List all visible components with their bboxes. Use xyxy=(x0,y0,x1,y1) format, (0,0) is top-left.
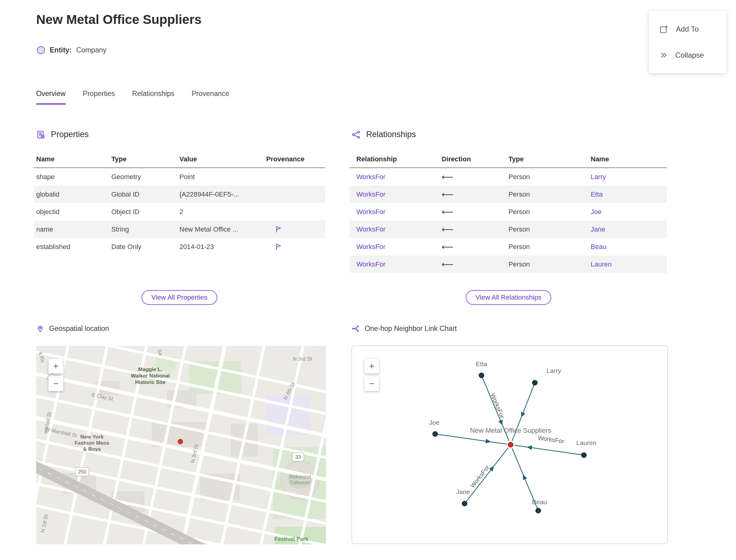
node-label: Beau xyxy=(532,498,547,505)
collapse-button[interactable]: Collapse xyxy=(649,42,726,68)
person-node[interactable] xyxy=(462,501,467,506)
entity-link[interactable]: Joe xyxy=(591,208,667,216)
properties-section-header: Properties xyxy=(36,130,89,139)
entity-link[interactable]: Larry xyxy=(591,173,667,181)
edge-label: WorksFor xyxy=(538,434,565,445)
col-header-name: Name xyxy=(591,155,667,163)
view-all-relationships-button[interactable]: View All Relationships xyxy=(466,290,551,305)
person-node[interactable] xyxy=(532,380,537,385)
edge-arrowhead xyxy=(527,445,532,450)
table-row[interactable]: globalid Global ID {A228944F-0EF5-... xyxy=(34,186,325,203)
entity-link[interactable]: Etta xyxy=(591,190,667,198)
tab-relationships[interactable]: Relationships xyxy=(132,90,174,105)
add-to-icon xyxy=(659,25,669,34)
table-row[interactable]: name String New Metal Office ... xyxy=(34,221,325,238)
direction-arrow: ⟵ xyxy=(442,172,508,182)
zoom-in-button[interactable]: + xyxy=(48,359,63,374)
person-node[interactable] xyxy=(433,432,438,436)
provenance-icon[interactable] xyxy=(274,243,282,251)
link-chart-svg[interactable]: WorksForWorksForWorksForEttaLarryJoeLaur… xyxy=(352,346,667,543)
person-node[interactable] xyxy=(536,508,541,513)
map-canvas[interactable]: 250 33 k Ro W Clay St Sa N 3rd St N 4th … xyxy=(36,346,326,544)
company-node[interactable] xyxy=(508,442,513,447)
relationships-table-header: Relationship Direction Type Name xyxy=(350,151,667,168)
page-title: New Metal Office Suppliers xyxy=(36,12,201,27)
chart-zoom-control: + − xyxy=(364,359,379,391)
relationship-link[interactable]: WorksFor xyxy=(356,260,442,268)
tab-provenance[interactable]: Provenance xyxy=(192,90,229,105)
direction-arrow: ⟵ xyxy=(442,190,508,199)
relationship-link[interactable]: WorksFor xyxy=(356,173,442,181)
properties-icon xyxy=(36,130,45,139)
relationships-icon xyxy=(351,130,361,139)
cell-name: shape xyxy=(36,173,111,181)
col-header-value: Value xyxy=(179,155,266,163)
node-label: Jane xyxy=(456,488,470,495)
collapse-label: Collapse xyxy=(675,51,704,59)
direction-arrow: ⟵ xyxy=(442,242,508,252)
table-row[interactable]: WorksFor ⟵ Person Etta xyxy=(350,186,667,203)
entity-type-value: Company xyxy=(76,46,106,54)
svg-text:33: 33 xyxy=(295,455,301,460)
table-row[interactable]: WorksFor ⟵ Person Larry xyxy=(350,168,667,186)
add-to-label: Add To xyxy=(676,25,699,33)
provenance-icon[interactable] xyxy=(274,225,282,233)
zoom-in-button[interactable]: + xyxy=(364,359,379,374)
svg-text:Richmond: Richmond xyxy=(289,474,311,479)
link-edge[interactable] xyxy=(515,445,584,455)
add-to-button[interactable]: Add To xyxy=(649,16,726,42)
entity-detail-page: New Metal Office Suppliers Entity: Compa… xyxy=(0,0,736,560)
chevrons-right-icon xyxy=(659,51,668,59)
edge-arrowhead xyxy=(485,439,491,443)
tab-properties[interactable]: Properties xyxy=(83,90,115,105)
properties-table-header: Name Type Value Provenance xyxy=(34,151,325,168)
link-chart-section-title: One-hop Neighbor Link Chart xyxy=(365,324,457,333)
table-row[interactable]: established Date Only 2014-01-23 xyxy=(34,238,325,255)
col-header-provenance: Provenance xyxy=(266,155,325,163)
relationships-table: Relationship Direction Type Name WorksFo… xyxy=(350,151,667,273)
relationship-link[interactable]: WorksFor xyxy=(356,243,442,251)
entity-link[interactable]: Beau xyxy=(591,243,667,251)
link-chart-canvas[interactable]: WorksForWorksForWorksForEttaLarryJoeLaur… xyxy=(351,345,668,544)
zoom-out-button[interactable]: − xyxy=(48,376,63,391)
node-label: Etta xyxy=(476,360,487,367)
link-edge[interactable] xyxy=(435,434,507,444)
view-all-properties-button[interactable]: View All Properties xyxy=(141,290,217,305)
map-pin-icon xyxy=(36,325,44,333)
zoom-out-button[interactable]: − xyxy=(364,376,379,391)
cell-value: Point xyxy=(179,173,266,181)
relationship-link[interactable]: WorksFor xyxy=(356,190,442,198)
entity-link[interactable]: Lauren xyxy=(591,260,667,268)
tab-overview[interactable]: Overview xyxy=(36,90,66,105)
cell-provenance xyxy=(266,243,325,251)
table-row[interactable]: shape Geometry Point xyxy=(34,168,325,186)
direction-arrow: ⟵ xyxy=(442,259,508,269)
direction-arrow: ⟵ xyxy=(442,224,508,234)
cell-type: Person xyxy=(508,190,591,198)
relationship-link[interactable]: WorksFor xyxy=(356,208,442,216)
cell-provenance xyxy=(266,225,325,233)
center-node-label: New Metal Office Suppliers xyxy=(470,427,551,434)
entity-subtitle: Entity: Company xyxy=(37,46,106,54)
person-node[interactable] xyxy=(479,373,484,378)
relationship-link[interactable]: WorksFor xyxy=(356,225,442,233)
person-node[interactable] xyxy=(581,453,586,458)
entity-link[interactable]: Jane xyxy=(591,225,667,233)
table-row[interactable]: objectid Object ID 2 xyxy=(34,203,325,221)
cell-type: Person xyxy=(508,225,591,233)
table-row[interactable]: WorksFor ⟵ Person Jane xyxy=(350,221,667,238)
col-header-type: Type xyxy=(111,155,179,163)
cell-type: Person xyxy=(508,243,591,251)
entity-location-marker[interactable] xyxy=(178,439,183,444)
svg-text:Coliseum: Coliseum xyxy=(290,480,310,485)
geospatial-section-title: Geospatial location xyxy=(49,324,109,333)
link-edge[interactable] xyxy=(465,448,508,504)
map-label-n3rd-top: N 3rd St xyxy=(293,356,312,362)
entity-type-icon xyxy=(37,46,45,54)
table-row[interactable]: WorksFor ⟵ Person Lauren xyxy=(350,255,667,273)
svg-text:& Boys: & Boys xyxy=(83,446,101,452)
table-row[interactable]: WorksFor ⟵ Person Beau xyxy=(350,238,667,255)
col-header-direction: Direction xyxy=(442,155,508,163)
table-row[interactable]: WorksFor ⟵ Person Joe xyxy=(350,203,667,221)
geospatial-map[interactable]: 250 33 k Ro W Clay St Sa N 3rd St N 4th … xyxy=(36,346,326,544)
